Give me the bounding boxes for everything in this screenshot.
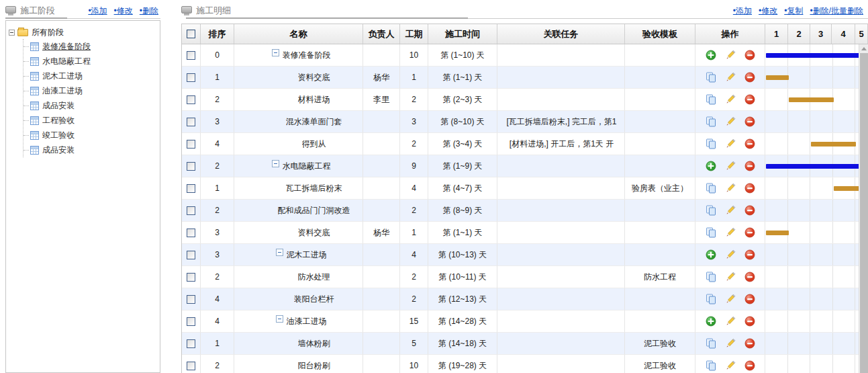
copy-icon[interactable] xyxy=(706,294,716,304)
edit-icon[interactable] xyxy=(725,249,736,260)
delete-icon[interactable] xyxy=(744,94,755,105)
row-checkbox[interactable] xyxy=(187,273,195,282)
col-sort: 排序 xyxy=(201,24,234,44)
sidebar-phase-item[interactable]: 水电隐蔽工程 xyxy=(23,54,157,69)
copy-icon[interactable] xyxy=(706,360,716,371)
row-checkbox[interactable] xyxy=(187,339,195,348)
delete-icon[interactable] xyxy=(744,50,755,60)
edit-icon[interactable] xyxy=(725,94,736,105)
detail-delete-link[interactable]: •删除/批量删除 xyxy=(810,5,863,17)
collapse-icon[interactable] xyxy=(272,49,279,56)
add-icon[interactable] xyxy=(706,50,716,60)
edit-icon[interactable] xyxy=(725,116,736,127)
detail-copy-link[interactable]: •复制 xyxy=(784,5,803,17)
delete-icon[interactable] xyxy=(744,183,755,194)
phase-edit-link[interactable]: •修改 xyxy=(114,5,133,17)
copy-icon[interactable] xyxy=(706,272,716,282)
row-checkbox[interactable] xyxy=(187,362,195,370)
scroll-up-arrow[interactable] xyxy=(859,44,868,53)
add-icon[interactable] xyxy=(706,316,716,327)
edit-icon[interactable] xyxy=(725,294,736,304)
copy-icon[interactable] xyxy=(706,138,716,149)
sidebar-phase-item[interactable]: 竣工验收 xyxy=(23,128,157,142)
edit-icon[interactable] xyxy=(725,161,736,171)
row-checkbox[interactable] xyxy=(187,251,195,259)
detail-add-link[interactable]: •添加 xyxy=(733,5,752,17)
row-checkbox-cell xyxy=(182,200,201,222)
tree-root-all-phases[interactable]: 所有阶段 xyxy=(9,26,157,39)
edit-icon[interactable] xyxy=(725,316,736,327)
row-checkbox[interactable] xyxy=(187,118,195,126)
sidebar-phase-item[interactable]: 油漆工进场 xyxy=(23,83,157,98)
edit-icon[interactable] xyxy=(725,205,736,216)
row-operations xyxy=(695,200,765,222)
edit-icon[interactable] xyxy=(725,272,736,282)
row-checkbox[interactable] xyxy=(187,162,195,171)
row-name: 得到从 xyxy=(302,138,326,150)
row-time: 第 (1~9) 天 xyxy=(428,155,497,177)
copy-icon[interactable] xyxy=(706,183,716,194)
vertical-scrollbar[interactable] xyxy=(859,44,868,373)
delete-icon[interactable] xyxy=(744,272,755,282)
detail-edit-link[interactable]: •修改 xyxy=(759,5,777,17)
folder-icon xyxy=(17,29,28,36)
copy-icon[interactable] xyxy=(706,205,716,216)
edit-icon[interactable] xyxy=(725,360,736,371)
edit-icon[interactable] xyxy=(725,50,736,60)
edit-icon[interactable] xyxy=(725,138,736,149)
row-sort: 3 xyxy=(201,111,234,133)
copy-icon[interactable] xyxy=(706,227,716,238)
sidebar-phase-item[interactable]: 泥木工进场 xyxy=(23,69,157,83)
row-name-cell: 瓦工拆墙后粉末 xyxy=(234,177,363,200)
tree-root-label: 所有阶段 xyxy=(32,27,64,38)
copy-icon[interactable] xyxy=(706,338,716,349)
delete-icon[interactable] xyxy=(744,294,755,304)
edit-icon[interactable] xyxy=(725,183,736,194)
row-checkbox[interactable] xyxy=(187,184,195,193)
row-checkbox[interactable] xyxy=(187,73,195,82)
sidebar-phase-item[interactable]: 装修准备阶段 xyxy=(23,39,157,54)
row-checkbox[interactable] xyxy=(187,317,195,326)
delete-icon[interactable] xyxy=(744,205,755,216)
delete-icon[interactable] xyxy=(744,161,755,171)
delete-icon[interactable] xyxy=(744,138,755,149)
copy-icon[interactable] xyxy=(706,94,716,105)
copy-icon[interactable] xyxy=(706,72,716,83)
sidebar-phase-item[interactable]: 成品安装 xyxy=(23,142,157,157)
row-checkbox[interactable] xyxy=(187,51,195,60)
edit-icon[interactable] xyxy=(725,227,736,238)
delete-icon[interactable] xyxy=(744,338,755,349)
delete-icon[interactable] xyxy=(744,227,755,238)
copy-icon[interactable] xyxy=(706,116,716,127)
edit-icon[interactable] xyxy=(725,338,736,349)
gantt-bar xyxy=(834,186,860,191)
row-sort: 3 xyxy=(201,244,234,266)
row-checkbox[interactable] xyxy=(187,140,195,149)
gantt-cell xyxy=(765,222,868,244)
row-checkbox[interactable] xyxy=(187,206,195,215)
delete-icon[interactable] xyxy=(744,72,755,83)
row-checkbox[interactable] xyxy=(187,229,195,237)
add-icon[interactable] xyxy=(706,161,716,171)
delete-icon[interactable] xyxy=(744,316,755,327)
table-icon xyxy=(30,57,39,66)
row-checkbox[interactable] xyxy=(187,295,195,304)
phase-add-link[interactable]: •添加 xyxy=(88,5,107,17)
delete-icon[interactable] xyxy=(744,249,755,260)
scrollbar-thumb[interactable] xyxy=(860,53,868,373)
collapse-icon[interactable] xyxy=(276,249,283,256)
collapse-icon[interactable] xyxy=(9,30,15,36)
add-icon[interactable] xyxy=(706,249,716,260)
sidebar-phase-item[interactable]: 工程验收 xyxy=(23,113,157,128)
delete-icon[interactable] xyxy=(744,116,755,127)
row-template xyxy=(625,89,695,111)
col-name: 名称 xyxy=(234,24,363,44)
delete-icon[interactable] xyxy=(744,360,755,371)
row-checkbox[interactable] xyxy=(187,95,195,104)
collapse-icon[interactable] xyxy=(272,160,279,167)
edit-icon[interactable] xyxy=(725,72,736,83)
collapse-icon[interactable] xyxy=(276,315,283,323)
phase-delete-link[interactable]: •删除 xyxy=(140,5,158,17)
sidebar-phase-item[interactable]: 成品安装 xyxy=(23,98,157,113)
select-all-checkbox[interactable] xyxy=(187,30,195,38)
